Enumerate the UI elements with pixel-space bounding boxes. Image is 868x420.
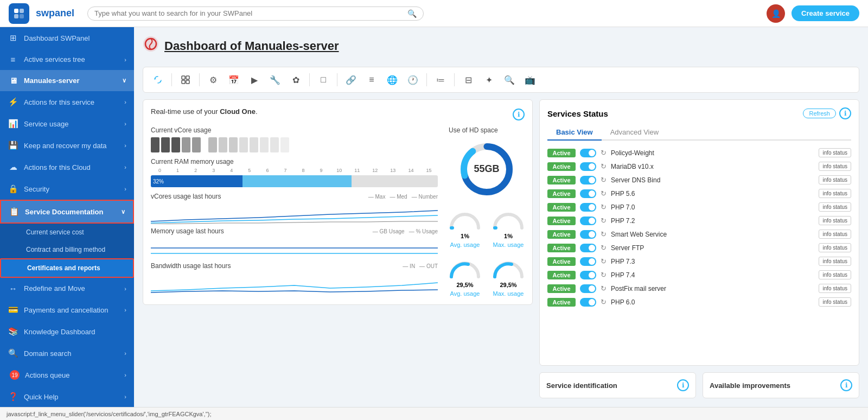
info-status-button[interactable]: info status (819, 270, 851, 279)
sidebar-item-dashboard[interactable]: ⊞ Dashboard SWPanel (0, 27, 134, 49)
improvements-info-icon[interactable]: ℹ (840, 379, 852, 391)
sidebar-item-keep-recover[interactable]: 💾 Keep and recover my data › (0, 135, 134, 156)
avatar[interactable]: 👤 (767, 4, 785, 23)
toolbar-calendar-icon[interactable]: 📅 (225, 71, 243, 89)
sidebar-item-knowledge[interactable]: 📚 Knowledge Dashboard (0, 321, 134, 342)
sidebar-item-active-services[interactable]: ≡ Active services tree › (0, 49, 134, 70)
toolbar-monitor-icon[interactable]: 📺 (521, 71, 539, 89)
toolbar-table-icon[interactable]: ⊟ (459, 71, 477, 89)
sidebar-sub-certificates[interactable]: Certificates and reports (0, 258, 134, 278)
sidebar-item-actions-cloud[interactable]: ☁ Actions for this Cloud › (0, 156, 134, 178)
toggle-switch[interactable] (580, 230, 596, 239)
knowledge-icon: 📚 (8, 327, 18, 336)
info-status-button[interactable]: info status (819, 189, 851, 198)
toggle-switch[interactable] (580, 149, 596, 157)
info-status-button[interactable]: info status (819, 216, 851, 225)
table-row: Active ↻ Policyd-Weight info status (547, 146, 851, 160)
toolbar-star-icon[interactable]: ✦ (480, 71, 498, 89)
chevron-right-icon: › (124, 56, 126, 63)
toggle-switch[interactable] (580, 284, 596, 293)
service-id-info-icon[interactable]: ℹ (677, 379, 689, 391)
sidebar-sub-contract[interactable]: Contract and billing method (0, 241, 134, 258)
toolbar-lines-icon[interactable]: ≔ (431, 71, 450, 89)
refresh-cycle-icon[interactable]: ↻ (601, 257, 607, 265)
refresh-cycle-icon[interactable]: ↻ (601, 217, 607, 225)
info-status-button[interactable]: info status (819, 257, 851, 266)
right-panel: Services Status Refresh ℹ Basic View Adv… (539, 99, 859, 398)
sidebar-sub-current-cost[interactable]: Current service cost (0, 224, 134, 241)
toolbar-zoom-icon[interactable]: 🔍 (500, 71, 519, 89)
active-badge: Active (547, 284, 576, 293)
refresh-cycle-icon[interactable]: ↻ (601, 203, 607, 211)
vcores-hours-label: vCores usage last hours (151, 193, 221, 200)
toolbar-refresh-icon[interactable] (149, 71, 167, 89)
toolbar-settings-icon[interactable]: ⚙ (204, 71, 222, 89)
toggle-switch[interactable] (580, 203, 596, 212)
refresh-button[interactable]: Refresh (803, 109, 836, 118)
sidebar-item-label: Knowledge Dashboard (24, 328, 95, 336)
info-status-button[interactable]: info status (819, 230, 851, 239)
refresh-cycle-icon[interactable]: ↻ (601, 298, 607, 306)
chevron-down-icon: ∨ (122, 77, 126, 84)
toggle-switch[interactable] (580, 162, 596, 171)
sidebar-item-redefine-move[interactable]: ↔ Redefine and Move › (0, 278, 134, 299)
info-status-button[interactable]: info status (819, 297, 851, 307)
sidebar-item-label: Actions for this service (24, 98, 94, 106)
info-status-button[interactable]: info status (819, 243, 851, 252)
sidebar-item-actions-service[interactable]: ⚡ Actions for this service › (0, 91, 134, 113)
toggle-switch[interactable] (580, 189, 596, 198)
security-icon: 🔒 (8, 184, 18, 194)
info-status-button[interactable]: info status (819, 284, 851, 293)
svg-rect-11 (186, 80, 189, 84)
info-status-button[interactable]: info status (819, 202, 851, 212)
refresh-cycle-icon[interactable]: ↻ (601, 230, 607, 238)
toolbar-square-icon[interactable]: □ (314, 71, 333, 89)
hd-donut: 55GB (457, 139, 516, 199)
sidebar-item-service-documentation[interactable]: 📋 Service Documentation ∨ (0, 200, 134, 224)
table-row: Active ↻ Server DNS Bind info status (547, 173, 851, 187)
toolbar-grid-icon[interactable] (176, 71, 195, 89)
sidebar-item-quick-help[interactable]: ❓ Quick Help › (0, 386, 134, 407)
search-input[interactable] (94, 9, 407, 17)
create-service-button[interactable]: Create service (792, 5, 859, 21)
info-circle-icon[interactable]: ℹ (513, 109, 525, 120)
tab-advanced-view[interactable]: Advanced View (602, 125, 667, 141)
refresh-cycle-icon[interactable]: ↻ (601, 189, 607, 198)
info-status-button[interactable]: info status (819, 175, 851, 184)
toggle-switch[interactable] (580, 176, 596, 184)
refresh-cycle-icon[interactable]: ↻ (601, 162, 607, 170)
sidebar-item-payments[interactable]: 💳 Payments and cancellation › (0, 299, 134, 321)
refresh-cycle-icon[interactable]: ↻ (601, 244, 607, 252)
tab-basic-view[interactable]: Basic View (547, 125, 602, 141)
toggle-switch[interactable] (580, 244, 596, 252)
active-badge: Active (547, 230, 576, 239)
sidebar-item-domain-search[interactable]: 🔍 Domain search › (0, 342, 134, 364)
vcores-chart (151, 202, 438, 224)
sidebar-item-service-usage[interactable]: 📊 Service usage › (0, 113, 134, 135)
toggle-switch[interactable] (580, 217, 596, 225)
search-bar[interactable]: 🔍 (87, 7, 424, 21)
documentation-icon: 📋 (9, 207, 20, 217)
toolbar-wrench-icon[interactable]: 🔧 (266, 71, 284, 89)
refresh-cycle-icon[interactable]: ↻ (601, 284, 607, 292)
toolbar-list-icon[interactable]: ≡ (362, 71, 381, 89)
toggle-switch[interactable] (580, 298, 596, 307)
info-status-button[interactable]: info status (819, 148, 851, 157)
svg-rect-10 (182, 80, 185, 84)
info-status-button[interactable]: info status (819, 162, 851, 171)
toolbar-terminal-icon[interactable]: ▶ (245, 71, 264, 89)
sidebar-item-actions-queue[interactable]: 19 Actions queue › (0, 364, 134, 386)
refresh-cycle-icon[interactable]: ↻ (601, 271, 607, 279)
toggle-switch[interactable] (580, 271, 596, 279)
sidebar-item-manuales-server[interactable]: 🖥 Manuales-server ∨ (0, 70, 134, 91)
toolbar-link-icon[interactable]: 🔗 (342, 71, 360, 89)
toolbar-flower-icon[interactable]: ✿ (286, 71, 305, 89)
sidebar-item-security[interactable]: 🔒 Security › (0, 178, 134, 200)
toggle-switch[interactable] (580, 257, 596, 266)
toolbar-globe-icon[interactable]: 🌐 (383, 71, 401, 89)
refresh-cycle-icon[interactable]: ↻ (601, 176, 607, 184)
services-info-icon[interactable]: ℹ (839, 107, 851, 119)
toolbar-separator (426, 73, 427, 86)
toolbar-clock-icon[interactable]: 🕐 (404, 71, 422, 89)
refresh-cycle-icon[interactable]: ↻ (601, 149, 607, 157)
